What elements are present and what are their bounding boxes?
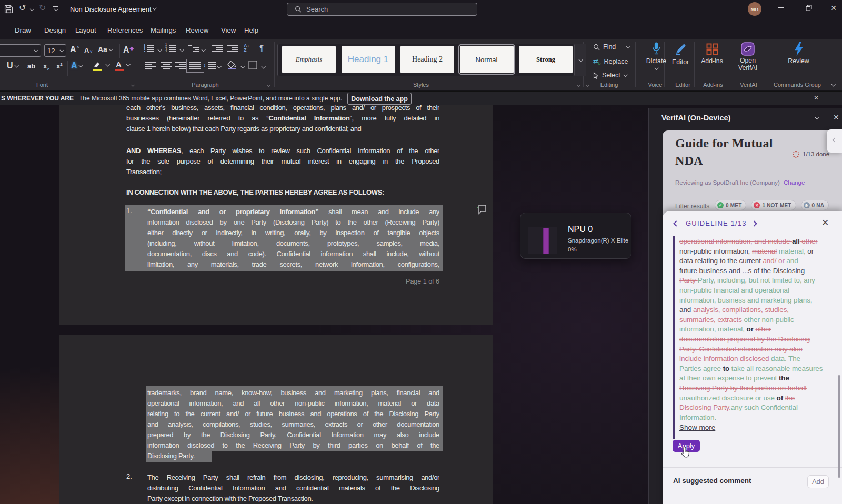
underline-button[interactable]: U bbox=[7, 61, 18, 70]
save-icon[interactable] bbox=[4, 5, 13, 14]
ribbon-tab-view[interactable]: View bbox=[221, 26, 236, 34]
ribbon-tab-mailings[interactable]: Mailings bbox=[151, 26, 176, 34]
paragraph-dialog-launcher-icon[interactable] bbox=[267, 83, 270, 87]
search-input[interactable]: Search bbox=[287, 3, 477, 16]
editor-group-label: Editor bbox=[671, 82, 695, 88]
collapse-ribbon-icon[interactable] bbox=[831, 82, 835, 86]
ribbon-tab-help[interactable]: Help bbox=[244, 26, 258, 34]
font-dialog-launcher-icon[interactable] bbox=[131, 83, 135, 87]
filter-pill-notmet[interactable]: ✕1 NOT MET bbox=[751, 200, 796, 210]
diff-segment: include information disclosed bbox=[679, 355, 771, 362]
panel-expand-handle[interactable] bbox=[827, 129, 842, 153]
shading-button[interactable] bbox=[227, 60, 238, 72]
diff-segment: other non-public bbox=[744, 316, 794, 324]
styles-dialog-launcher-icon[interactable] bbox=[577, 83, 580, 87]
undo-chevron-icon[interactable] bbox=[29, 7, 34, 11]
font-color-button[interactable]: A bbox=[116, 61, 129, 68]
panel-close-icon[interactable]: ✕ bbox=[833, 113, 839, 122]
clear-formatting-button[interactable]: A◆ bbox=[123, 45, 134, 55]
editor-button[interactable]: Editor bbox=[668, 43, 693, 66]
panel-collapse-icon[interactable] bbox=[815, 115, 819, 119]
doc-line: Party except in connection with the Prop… bbox=[147, 493, 439, 504]
style-card-emphasis[interactable]: Emphasis bbox=[282, 46, 336, 73]
avatar[interactable]: MB bbox=[748, 2, 761, 16]
font-name-select[interactable] bbox=[0, 44, 41, 57]
document-page-2[interactable]: trademarks, brand name, know-how, busine… bbox=[59, 335, 493, 504]
verifai-panel: VerifAI (On-Device) ✕ Guide for Mutual N… bbox=[648, 108, 842, 504]
ribbon-tab-review[interactable]: Review bbox=[186, 26, 208, 34]
bullet-list-button[interactable] bbox=[144, 45, 155, 52]
prev-guideline-icon[interactable] bbox=[673, 220, 679, 226]
text-segment: for the sole purpose of determining thei… bbox=[126, 157, 439, 165]
sort-button[interactable]: A↓Z bbox=[244, 44, 249, 52]
pill-label: 0 NA bbox=[812, 203, 825, 208]
font-size-select[interactable]: 12 bbox=[44, 44, 66, 57]
filter-pills: ✓0 MET✕1 NOT MET⊘0 NA bbox=[715, 200, 829, 210]
style-card-heading-1[interactable]: Heading 1 bbox=[342, 46, 395, 73]
font-group-label: Font bbox=[32, 82, 53, 88]
download-app-button[interactable]: Download the app bbox=[347, 93, 412, 105]
select-button[interactable]: Select bbox=[593, 72, 627, 79]
decrease-indent-button[interactable] bbox=[212, 45, 223, 52]
show-more-link[interactable]: Show more bbox=[679, 424, 715, 431]
change-link[interactable]: Change bbox=[784, 179, 805, 186]
panel-scrollbar[interactable] bbox=[838, 375, 840, 478]
multilevel-list-button[interactable] bbox=[188, 45, 200, 52]
subscript-button[interactable]: x2 bbox=[43, 62, 49, 72]
addins-group-label: Add-ins bbox=[700, 82, 726, 88]
ribbon-tab-design[interactable]: Design bbox=[44, 26, 66, 34]
msbar-close-icon[interactable]: ✕ bbox=[814, 94, 819, 102]
align-center-button[interactable] bbox=[161, 62, 172, 69]
add-comment-button[interactable]: Add bbox=[807, 475, 829, 488]
align-right-button[interactable] bbox=[175, 62, 187, 69]
pill-label: 0 MET bbox=[726, 203, 741, 208]
text-segment: either directly or indirectly, in writin… bbox=[147, 229, 439, 237]
close-button[interactable]: ✕ bbox=[823, 0, 842, 16]
doc-line: information disclosed to the Receiving P… bbox=[147, 440, 439, 451]
undo-icon[interactable]: ↺ bbox=[19, 4, 26, 12]
style-card-normal[interactable]: Normal bbox=[460, 46, 514, 73]
restore-button[interactable] bbox=[798, 0, 819, 16]
increase-indent-button[interactable] bbox=[227, 45, 238, 52]
superscript-button[interactable]: x2 bbox=[56, 62, 63, 70]
line-spacing-button[interactable] bbox=[206, 62, 216, 69]
title-chevron-icon[interactable] bbox=[152, 6, 156, 10]
style-card-strong[interactable]: Strong bbox=[519, 46, 573, 73]
minimize-button[interactable] bbox=[770, 0, 791, 16]
editing-dialog-launcher-icon[interactable] bbox=[586, 83, 589, 87]
justify-button[interactable] bbox=[189, 62, 201, 69]
document-page-1[interactable]: each other's business, assets, financial… bbox=[59, 105, 493, 325]
change-case-button[interactable]: Aa bbox=[98, 45, 112, 54]
replace-button[interactable]: ⇄b Replace bbox=[593, 57, 628, 66]
dictate-button[interactable]: Dictate bbox=[644, 42, 668, 70]
filter-pill-na[interactable]: ⊘0 NA bbox=[801, 200, 829, 210]
grow-font-button[interactable]: A˄ bbox=[70, 45, 79, 54]
strikethrough-button[interactable]: ab bbox=[27, 62, 35, 70]
qat-customize-chevron-icon[interactable] bbox=[54, 7, 58, 11]
open-verifai-button[interactable]: Open VerifAI bbox=[734, 42, 761, 72]
document-title[interactable]: Non Disclosure Agreement bbox=[70, 5, 152, 13]
add-ins-button[interactable]: Add-ins bbox=[699, 43, 725, 65]
shrink-font-button[interactable]: A˅ bbox=[84, 46, 93, 54]
ribbon-tab-draw[interactable]: Draw bbox=[15, 26, 31, 34]
ribbon-tab-references[interactable]: References bbox=[107, 26, 143, 34]
review-button[interactable]: Review bbox=[784, 42, 813, 65]
npu-graph-bar bbox=[543, 228, 549, 254]
pilcrow-button[interactable]: ¶ bbox=[259, 43, 264, 52]
filter-pill-met[interactable]: ✓0 MET bbox=[715, 200, 746, 210]
find-button[interactable]: Find bbox=[593, 43, 629, 51]
more-styles-button[interactable] bbox=[575, 44, 586, 76]
guideline-close-icon[interactable]: ✕ bbox=[821, 217, 829, 228]
borders-button[interactable] bbox=[248, 61, 257, 72]
text-effects-button[interactable]: A bbox=[71, 61, 82, 70]
diff-line: Receiving Party by third parties on beha… bbox=[679, 384, 839, 394]
style-card-heading-2[interactable]: Heading 2 bbox=[400, 46, 454, 73]
align-left-button[interactable] bbox=[145, 62, 156, 69]
highlight-color-button[interactable] bbox=[93, 60, 109, 69]
comment-icon[interactable] bbox=[476, 204, 488, 215]
diff-line: at their own expense to prevent the bbox=[679, 374, 839, 384]
doc-line: Transaction; bbox=[126, 167, 439, 177]
numbered-list-button[interactable]: 1234 bbox=[166, 45, 177, 52]
next-guideline-icon[interactable] bbox=[751, 220, 757, 226]
ribbon-tab-layout[interactable]: Layout bbox=[75, 26, 96, 34]
